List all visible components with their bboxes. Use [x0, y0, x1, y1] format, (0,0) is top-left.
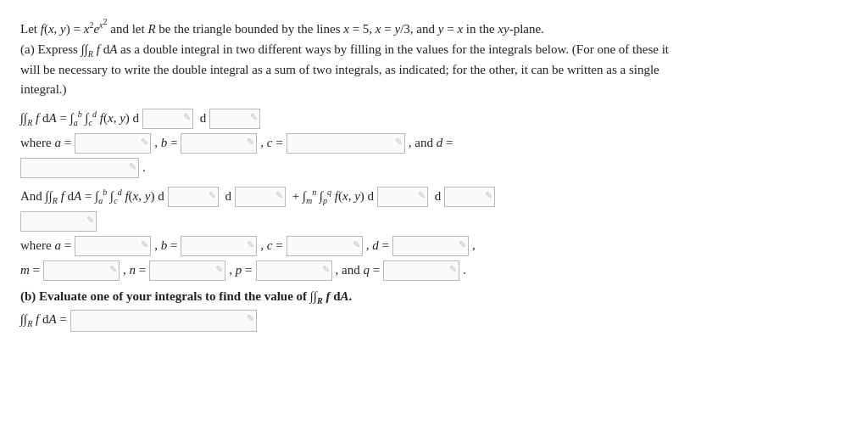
s2-d-input[interactable]: ✎	[392, 236, 469, 256]
section2: And ∫∫R f dA = ∫ab ∫cd f(x, y) d ✎ d ✎ +…	[20, 187, 848, 281]
s2-dx2-input[interactable]: ✎	[444, 187, 495, 207]
s1-andd-label: , and d =	[409, 136, 453, 150]
s2-d-pencil[interactable]: ✎	[459, 239, 466, 250]
s2-p-pencil[interactable]: ✎	[322, 264, 330, 275]
s2-d2-label: d	[431, 189, 441, 204]
s1-c-pencil[interactable]: ✎	[395, 137, 403, 148]
s1-period: .	[142, 160, 146, 175]
integral-row-2: And ∫∫R f dA = ∫ab ∫cd f(x, y) d ✎ d ✎ +…	[20, 187, 848, 207]
s2-comma1: ,	[472, 238, 476, 253]
s2-c-pencil[interactable]: ✎	[353, 239, 360, 250]
evaluate-eq-label: ∫∫R f dA =	[20, 312, 67, 328]
s2-dx1-pencil[interactable]: ✎	[275, 190, 283, 201]
s2-n-pencil[interactable]: ✎	[215, 264, 223, 275]
s1-dx-pencil[interactable]: ✎	[250, 112, 258, 123]
s1-b-input[interactable]: ✎	[181, 133, 257, 154]
s2-dx2-pencil[interactable]: ✎	[485, 190, 492, 201]
s1-where-label: where a =	[20, 136, 71, 150]
s1-d-pencil[interactable]: ✎	[129, 161, 136, 172]
s2-c-label: , c =	[260, 238, 282, 253]
s1-b-pencil[interactable]: ✎	[247, 137, 254, 148]
where-row-1: where a = ✎ , b = ✎ , c = ✎ , and d =	[20, 133, 848, 154]
s2-n-input[interactable]: ✎	[149, 260, 225, 281]
s2-a-input[interactable]: ✎	[75, 236, 151, 256]
section3: (b) Evaluate one of your integrals to fi…	[20, 289, 848, 332]
s2-b-input[interactable]: ✎	[181, 236, 257, 256]
s2-a-pencil[interactable]: ✎	[141, 239, 148, 250]
s1-c-input[interactable]: ✎	[287, 133, 405, 154]
s2-dx1-input[interactable]: ✎	[235, 187, 286, 207]
s1-dy-pencil[interactable]: ✎	[183, 112, 191, 123]
s2-blank-pencil[interactable]: ✎	[86, 215, 94, 226]
evaluate-answer-pencil[interactable]: ✎	[247, 313, 254, 324]
integral-label-1: ∫∫R f dA = ∫ab ∫cd f(x, y) d	[20, 109, 139, 127]
s1-d-label: d	[197, 111, 206, 126]
s2-integral-label: And ∫∫R f dA = ∫ab ∫cd f(x, y) d	[20, 188, 164, 205]
s1-d-input[interactable]: ✎	[20, 158, 139, 178]
s2-dy1-pencil[interactable]: ✎	[209, 190, 216, 201]
s2-plus-label: + ∫mn ∫pq f(x, y) d	[289, 188, 374, 205]
s1-b-label: , b =	[154, 136, 177, 150]
s2-m-input[interactable]: ✎	[43, 260, 120, 281]
s1-a-pencil[interactable]: ✎	[141, 137, 148, 148]
s1-dx-input[interactable]: ✎	[209, 109, 260, 129]
s2-p-label: , p =	[229, 263, 252, 277]
s2-c-input[interactable]: ✎	[287, 236, 363, 256]
s2-m-label: m =	[20, 263, 40, 277]
mnpq-row: m = ✎ , n = ✎ , p = ✎ , and q = ✎ .	[20, 260, 848, 281]
s1-dy-input[interactable]: ✎	[142, 109, 193, 129]
section1: ∫∫R f dA = ∫ab ∫cd f(x, y) d ✎ d ✎ where…	[20, 109, 848, 178]
s2-b-label: , b =	[154, 238, 177, 253]
where-row-2: where a = ✎ , b = ✎ , c = ✎ , d = ✎ ,	[20, 236, 848, 256]
s2-dy1-input[interactable]: ✎	[168, 187, 219, 207]
s2-dy2-pencil[interactable]: ✎	[418, 190, 426, 201]
evaluate-label: (b) Evaluate one of your integrals to fi…	[20, 289, 352, 305]
s1-a-input[interactable]: ✎	[75, 133, 151, 154]
s2-d-label: , d =	[366, 238, 389, 253]
s2-andq-label: , and q =	[336, 263, 381, 277]
evaluate-answer-row: ∫∫R f dA = ✎	[20, 310, 848, 332]
s2-dy2-input[interactable]: ✎	[377, 187, 428, 207]
s2-blank-row: ✎	[20, 211, 848, 232]
s1-c-label: , c =	[260, 136, 282, 150]
s2-p-input[interactable]: ✎	[256, 260, 332, 281]
s2-n-label: , n =	[123, 263, 146, 277]
s1-d-row: ✎ .	[20, 158, 848, 178]
s2-blank-input[interactable]: ✎	[20, 211, 97, 232]
s2-q-pencil[interactable]: ✎	[449, 264, 457, 275]
integral-row-1: ∫∫R f dA = ∫ab ∫cd f(x, y) d ✎ d ✎	[20, 109, 848, 129]
s2-d1-label: d	[222, 189, 231, 204]
s2-q-input[interactable]: ✎	[383, 260, 459, 281]
s2-period: .	[463, 263, 466, 277]
s2-b-pencil[interactable]: ✎	[247, 239, 254, 250]
s2-where-label: where a =	[20, 238, 71, 253]
s2-m-pencil[interactable]: ✎	[109, 264, 117, 275]
evaluate-label-row: (b) Evaluate one of your integrals to fi…	[20, 289, 848, 305]
evaluate-answer-input[interactable]: ✎	[70, 310, 257, 332]
intro-text: Let f(x, y) = x2ex2 and let R be the tri…	[20, 15, 848, 100]
